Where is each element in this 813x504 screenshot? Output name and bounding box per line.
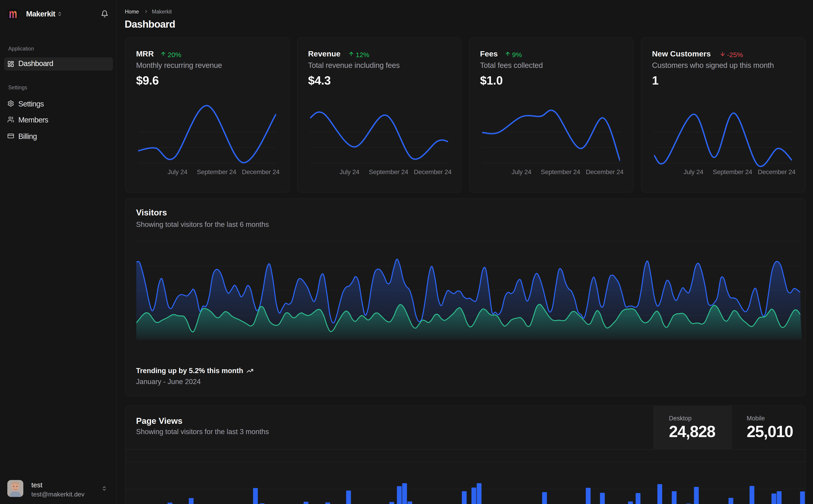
svg-text:m: m [9,9,17,20]
